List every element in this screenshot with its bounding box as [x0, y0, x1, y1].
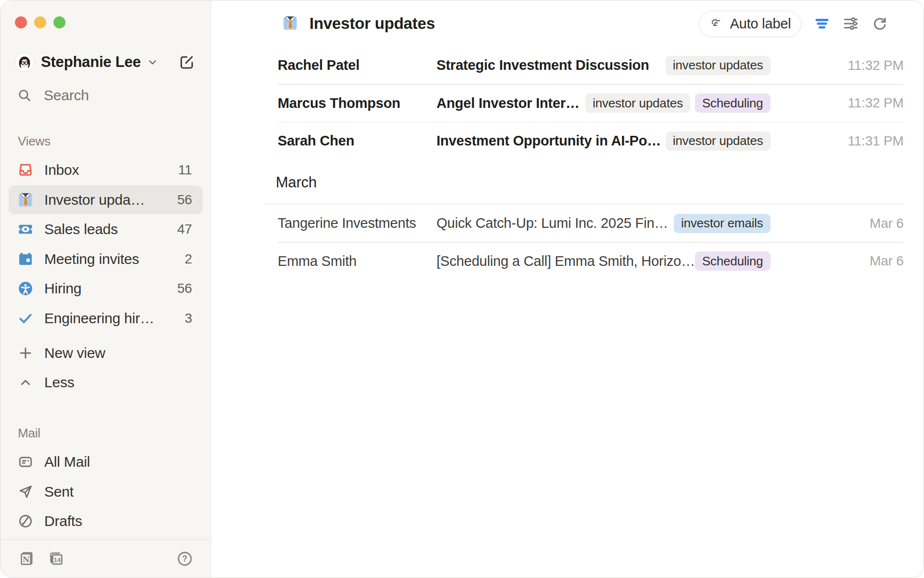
tag-scheduling: Scheduling: [695, 93, 770, 113]
page-title: Investor updates: [309, 14, 435, 33]
tag-list: investor updates: [666, 56, 770, 75]
search-button[interactable]: Search: [15, 86, 195, 105]
zoom-button[interactable]: [53, 16, 65, 28]
notion-calendar-icon[interactable]: 14: [48, 550, 65, 567]
chevron-down-icon: [147, 56, 158, 68]
mail-section-label: Mail: [18, 426, 211, 441]
drafts-icon: [16, 512, 35, 530]
search-icon: [15, 86, 34, 105]
tag-list: investor emails: [674, 214, 770, 233]
subject: Investment Opportunity in AI-Po…: [436, 133, 661, 149]
sidebar-item-hiring[interactable]: Hiring 56: [9, 274, 203, 303]
sidebar-item-sales-leads[interactable]: Sales leads 47: [9, 215, 203, 244]
tag-scheduling: Scheduling: [695, 251, 770, 271]
sidebar: Stephanie Lee Search Views Inbox 11 Inve…: [0, 0, 211, 578]
person-circle-icon: [16, 279, 35, 298]
sidebar-item-meeting-invites[interactable]: Meeting invites 2: [9, 245, 203, 274]
subject: Quick Catch-Up: Lumi Inc. 2025 Fin…: [436, 215, 668, 231]
close-button[interactable]: [15, 16, 27, 28]
auto-label-icon: [709, 16, 724, 31]
filter-button[interactable]: [814, 15, 830, 32]
sidebar-item-investor-upda[interactable]: Investor upda… 56: [9, 185, 203, 214]
sidebar-item-inbox[interactable]: Inbox 11: [9, 156, 203, 184]
tag-list: investor updates: [666, 131, 770, 151]
sidebar-footer: N14?: [0, 539, 211, 578]
subject: [Scheduling a Call] Emma Smith, Horizo…: [436, 253, 695, 269]
all-mail-icon: [16, 453, 35, 471]
tag-list: Scheduling: [695, 251, 770, 271]
sliders-button[interactable]: [843, 15, 859, 32]
auto-label-button[interactable]: Auto label: [699, 11, 801, 37]
calendar-icon: [16, 250, 35, 268]
views-list: Inbox 11 Investor upda… 56 Sales leads 4…: [0, 156, 211, 333]
mail-row[interactable]: Rachel Patel Strategic Investment Discus…: [211, 47, 924, 84]
sidebar-actions: New view Less: [0, 339, 211, 397]
app-window: Stephanie Lee Search Views Inbox 11 Inve…: [0, 0, 924, 578]
mail-row[interactable]: Marcus Thompson Angel Investor Inter… in…: [211, 85, 924, 122]
inbox-icon: [16, 161, 35, 179]
necktie-icon: [16, 191, 35, 209]
sidebar-folder-sent[interactable]: Sent: [9, 477, 203, 506]
sidebar-folder-drafts[interactable]: Drafts: [9, 507, 203, 536]
views-section-label: Views: [18, 134, 211, 149]
tag-investor-emails: investor emails: [674, 214, 770, 233]
necktie-icon: [282, 14, 300, 33]
mail-folders-list: All Mail Sent Drafts: [0, 447, 211, 536]
sender: Rachel Patel: [278, 57, 436, 73]
sidebar-folder-all-mail[interactable]: All Mail: [9, 447, 203, 476]
chevron-up-icon: [16, 373, 35, 392]
notion-icon[interactable]: N: [18, 550, 35, 567]
window-controls: [15, 16, 65, 28]
subject: Strategic Investment Discussion: [436, 57, 649, 73]
subject: Angel Investor Inter…: [436, 95, 579, 111]
refresh-button[interactable]: [872, 15, 888, 32]
timestamp: 11:32 PM: [770, 95, 904, 111]
timestamp: Mar 6: [770, 253, 904, 269]
mail-groups: Rachel Patel Strategic Investment Discus…: [211, 47, 924, 280]
timestamp: 11:31 PM: [770, 133, 904, 149]
sender: Sarah Chen: [278, 133, 436, 149]
tag-investor-updates: investor updates: [666, 56, 770, 75]
avatar: [15, 53, 34, 72]
tag-investor-updates: investor updates: [666, 131, 770, 151]
plus-icon: [16, 344, 35, 362]
mail-row[interactable]: Sarah Chen Investment Opportunity in AI-…: [211, 122, 924, 159]
svg-text:?: ?: [182, 554, 188, 564]
user-name: Stephanie Lee: [41, 53, 141, 71]
tag-list: investor updatesScheduling: [585, 93, 770, 113]
sender: Tangerine Investments: [278, 215, 436, 231]
search-label: Search: [44, 87, 89, 104]
tag-investor-updates: investor updates: [585, 93, 690, 113]
mail-row[interactable]: Tangerine Investments Quick Catch-Up: Lu…: [211, 205, 924, 242]
check-icon: [16, 309, 35, 328]
banknote-icon: [16, 220, 35, 238]
account-switcher[interactable]: Stephanie Lee: [15, 51, 195, 73]
mail-list-panel: Investor updates Auto label Rachel Patel…: [211, 0, 924, 578]
sidebar-item-engineering-hir[interactable]: Engineering hir… 3: [9, 304, 203, 333]
timestamp: 11:32 PM: [770, 58, 904, 73]
mail-row[interactable]: Emma Smith [Scheduling a Call] Emma Smit…: [211, 243, 924, 280]
sent-icon: [16, 483, 35, 501]
minimize-button[interactable]: [34, 16, 46, 28]
svg-text:14: 14: [54, 556, 61, 564]
sender: Marcus Thompson: [278, 95, 436, 111]
list-header: Investor updates Auto label: [211, 0, 924, 47]
help-icon[interactable]: ?: [176, 550, 193, 567]
svg-text:N: N: [23, 555, 29, 564]
timestamp: Mar 6: [770, 216, 904, 231]
sidebar-action-new-view[interactable]: New view: [9, 339, 203, 368]
sidebar-action-less[interactable]: Less: [9, 368, 203, 397]
sender: Emma Smith: [278, 253, 436, 269]
auto-label-text: Auto label: [730, 16, 791, 32]
compose-button[interactable]: [179, 54, 195, 70]
group-header: March: [211, 174, 924, 191]
